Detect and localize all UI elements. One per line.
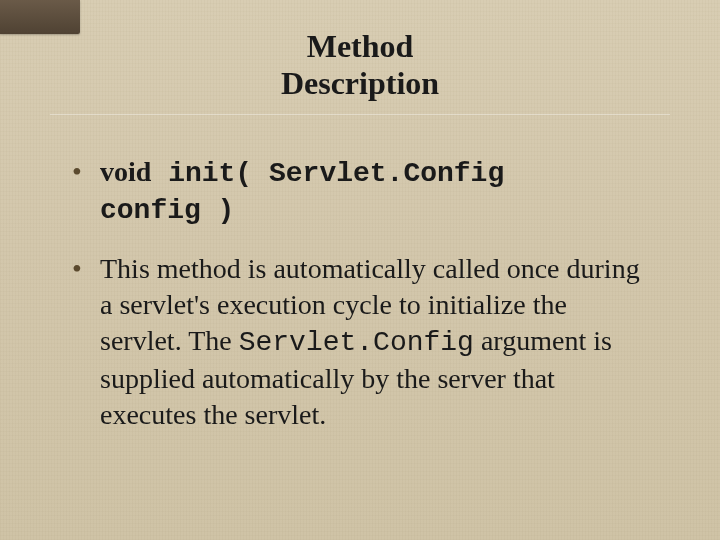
signature-line-2: config ) (100, 195, 234, 226)
signature-line-1: init( Servlet.Config (151, 158, 504, 189)
title-line-1: Method (0, 28, 720, 65)
slide-body: void init( Servlet.Config config ) This … (0, 114, 720, 433)
title-line-2: Description (0, 65, 720, 102)
bullet-method-signature: void init( Servlet.Config config ) (100, 154, 650, 230)
corner-decoration (0, 0, 80, 34)
bullet-description: This method is automatically called once… (100, 251, 650, 432)
slide: Method Description void init( Servlet.Co… (0, 0, 720, 540)
desc-code: Servlet.Config (239, 327, 474, 358)
slide-title: Method Description (0, 0, 720, 102)
keyword-void: void (100, 156, 151, 187)
